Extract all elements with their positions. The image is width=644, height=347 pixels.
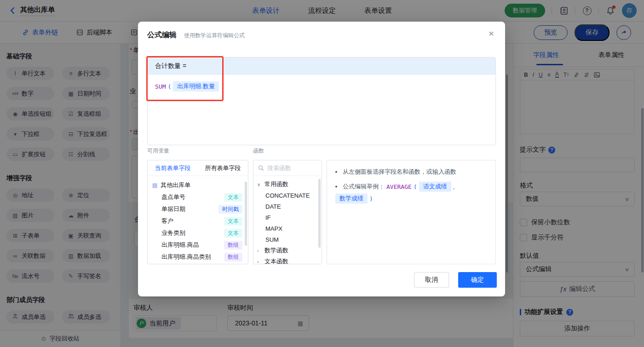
type-badge: 数组 <box>224 241 242 250</box>
function-item[interactable]: DATE <box>253 201 322 212</box>
chevron-expanded-icon: ∨ <box>257 182 262 187</box>
function-item[interactable]: CONCATENATE <box>253 190 322 201</box>
hints-panel: 从左侧面板选择字段名和函数，或输入函数 公式编辑举例： AVERAGE ( 语文… <box>327 160 496 264</box>
hint-line-1: 从左侧面板选择字段名和函数，或输入函数 <box>335 168 487 176</box>
formula-editor-modal: 公式编辑 使用数学运算符编辑公式 × 合计数量 = SUM ( 出库明细.数量 … <box>138 22 505 296</box>
type-badge: 时间戳 <box>218 205 242 214</box>
type-badge: 数组 <box>224 253 242 262</box>
variable-row[interactable]: 业务类别文本 <box>148 227 248 239</box>
tab-all-form-fields[interactable]: 所有表单字段 <box>198 160 248 176</box>
variable-root-row[interactable]: ▤ 其他出库单 <box>148 179 248 191</box>
formula-input-area[interactable]: 合计数量 = SUM ( 出库明细.数量 ) <box>147 57 496 145</box>
tab-current-form-fields[interactable]: 当前表单字段 <box>148 160 198 176</box>
functions-scrollbar[interactable] <box>318 179 321 248</box>
function-group-common[interactable]: ∨常用函数 <box>253 179 322 190</box>
chevron-collapsed-icon: › <box>257 259 262 264</box>
function-group-text[interactable]: ›文本函数 <box>253 256 322 264</box>
function-search-input[interactable] <box>267 165 313 171</box>
variables-scrollbar[interactable] <box>245 182 247 246</box>
formula-open-paren: ( <box>167 83 171 90</box>
confirm-button[interactable]: 确定 <box>458 272 497 288</box>
formula-field-chip[interactable]: 出库明细.数量 <box>173 81 219 91</box>
variables-label: 可用变量 <box>147 147 169 155</box>
hint-line-2: 公式编辑举例： AVERAGE ( 语文成绩 , 数学成绩 ) <box>335 182 487 204</box>
function-item[interactable]: IF <box>253 212 322 223</box>
close-icon[interactable]: × <box>489 28 494 39</box>
function-item[interactable]: SUM <box>253 234 322 245</box>
example-field-chip: 语文成绩 <box>419 182 451 192</box>
form-doc-icon: ▤ <box>152 182 157 188</box>
functions-panel: ∨常用函数 CONCATENATE DATE IF MAPX SUM ›数学函数… <box>253 160 322 264</box>
formula-function: SUM <box>155 83 166 90</box>
modal-subtitle: 使用数学运算符编辑公式 <box>184 32 245 40</box>
variable-row[interactable]: 出库明细.商品数组 <box>148 239 248 251</box>
example-function: AVERAGE <box>386 183 412 190</box>
formula-target: 合计数量 = <box>148 57 495 75</box>
modal-title: 公式编辑 <box>147 30 177 40</box>
example-field-chip: 数学成绩 <box>335 193 368 204</box>
type-badge: 文本 <box>224 193 242 202</box>
function-item[interactable]: MAPX <box>253 223 322 234</box>
variables-panel: 当前表单字段 所有表单字段 ▤ 其他出库单 盘点单号文本 单据日期时间戳 客户文… <box>147 160 248 264</box>
variable-row[interactable]: 客户文本 <box>148 215 248 227</box>
chevron-collapsed-icon: › <box>257 248 262 253</box>
cancel-button[interactable]: 取消 <box>414 272 449 288</box>
type-badge: 文本 <box>224 217 242 226</box>
variable-row[interactable]: 出库明细.商品类别数组 <box>148 251 248 263</box>
variable-row[interactable]: 单据日期时间戳 <box>148 203 248 215</box>
function-group-math[interactable]: ›数学函数 <box>253 245 322 256</box>
search-icon <box>258 165 264 171</box>
type-badge: 文本 <box>224 229 242 238</box>
function-search[interactable] <box>253 160 322 176</box>
formula-close-paren: ) <box>221 83 224 90</box>
variable-row[interactable]: 盘点单号文本 <box>148 191 248 203</box>
functions-label: 函数 <box>253 147 264 155</box>
